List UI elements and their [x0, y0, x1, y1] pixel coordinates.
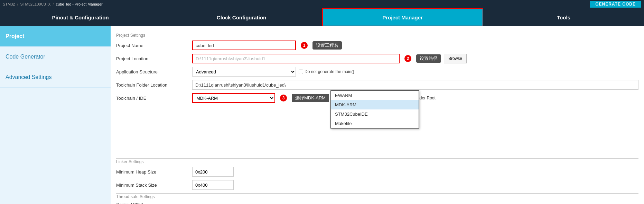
content-area: Project Settings Project Name 1 设置工程名 Pr… [111, 26, 644, 204]
top-nav: Pinout & Configuration Clock Configurati… [0, 8, 644, 26]
cortex-label: Cortex-M3NS [116, 202, 192, 204]
main-layout: Project Code Generator Advanced Settings… [0, 26, 644, 204]
sidebar-item-project[interactable]: Project [0, 26, 111, 47]
breadcrumb-stm32: STM32 [3, 2, 15, 6]
no-main-checkbox-label: Do not generate the main() [299, 69, 354, 74]
tab-tools[interactable]: Tools [483, 8, 644, 26]
stack-size-row: Minimum Stack Size [116, 180, 638, 190]
toolchain-ide-select[interactable]: MDK-ARM [192, 93, 275, 103]
toolchain-dropdown-overlay: EWARM MDK-ARM STM32CubeIDE Makefile [330, 90, 419, 128]
no-main-label-text: Do not generate the main() [305, 69, 354, 74]
heap-size-input[interactable] [192, 167, 234, 177]
project-name-label: Project Name [116, 43, 192, 48]
callout-3-text: 选择MDK-ARM [292, 94, 329, 102]
project-settings-header: Project Settings [116, 32, 638, 38]
stack-size-control [192, 180, 638, 190]
callout-2-text: 设置路径 [416, 54, 441, 63]
stack-size-label: Minimum Stack Size [116, 183, 192, 188]
thread-safe-header: Thread-safe Settings [116, 193, 638, 199]
app-structure-label: Application Structure [116, 69, 192, 74]
generate-code-button[interactable]: GENERATE CODE [590, 1, 641, 8]
heap-size-label: Minimum Heap Size [116, 169, 192, 175]
breadcrumb-device: STM32L100C3TX [20, 2, 51, 6]
project-name-input[interactable] [192, 41, 296, 50]
project-location-input[interactable] [192, 54, 400, 63]
dropdown-option-makefile[interactable]: Makefile [331, 119, 419, 128]
dropdown-option-ewarm[interactable]: EWARM [331, 91, 419, 100]
tab-project-manager[interactable]: Project Manager [322, 8, 483, 26]
breadcrumb-bar: STM32 / STM32L100C3TX / cube_led - Proje… [0, 0, 644, 8]
toolchain-folder-input[interactable] [192, 80, 638, 90]
toolchain-folder-control [192, 80, 638, 90]
breadcrumb-sep-1: / [17, 2, 18, 6]
browse-button[interactable]: Browse [444, 54, 467, 63]
sidebar-item-code-generator[interactable]: Code Generator [0, 47, 111, 67]
callout-1-badge: 1 [301, 42, 308, 49]
no-main-checkbox[interactable] [299, 70, 303, 74]
breadcrumb-current: cube_led - Project Manager [56, 2, 103, 6]
toolchain-ide-label: Toolchain / IDE [116, 96, 192, 101]
project-location-label: Project Location [116, 56, 192, 61]
tab-clock[interactable]: Clock Configuration [161, 8, 322, 26]
app-structure-control: Advanced Do not generate the main() [192, 67, 638, 77]
project-location-control: 2 设置路径 Browse [192, 54, 638, 63]
dropdown-option-mdk-arm[interactable]: MDK-ARM [331, 100, 419, 109]
toolchain-folder-row: Toolchain Folder Location [116, 80, 638, 90]
dropdown-option-stm32cubeide[interactable]: STM32CubeIDE [331, 109, 419, 119]
breadcrumb-sep-2: / [53, 2, 54, 6]
callout-3-badge: 3 [280, 95, 287, 101]
heap-size-control [192, 167, 638, 177]
sidebar: Project Code Generator Advanced Settings [0, 26, 111, 204]
stack-size-input[interactable] [192, 180, 234, 190]
project-location-row: Project Location 2 设置路径 Browse [116, 54, 638, 63]
project-name-control: 1 设置工程名 [192, 41, 638, 50]
heap-size-row: Minimum Heap Size [116, 167, 638, 177]
tab-pinout[interactable]: Pinout & Configuration [0, 8, 161, 26]
app-structure-select[interactable]: Advanced [192, 67, 296, 77]
project-name-row: Project Name 1 设置工程名 [116, 41, 638, 50]
callout-1-text: 设置工程名 [312, 41, 342, 50]
cortex-row: Cortex-M3NS [116, 202, 638, 204]
linker-settings-header: Linker Settings [116, 158, 638, 164]
callout-2-badge: 2 [404, 55, 411, 62]
sidebar-item-advanced-settings[interactable]: Advanced Settings [0, 67, 111, 88]
toolchain-folder-label: Toolchain Folder Location [116, 82, 192, 88]
app-structure-row: Application Structure Advanced Do not ge… [116, 67, 638, 77]
